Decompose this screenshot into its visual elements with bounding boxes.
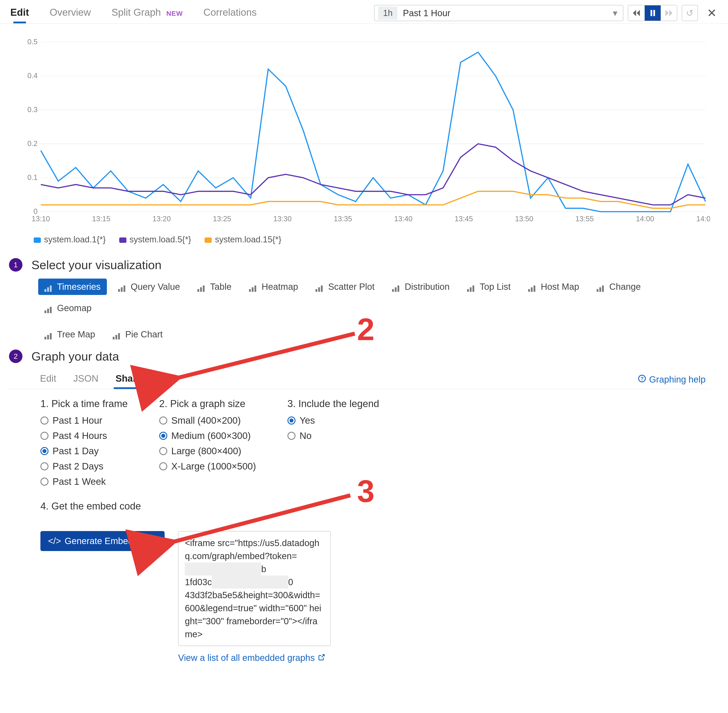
viz-chip-label: Query Value bbox=[131, 282, 180, 292]
viz-section-title: Select your visualization bbox=[31, 258, 161, 272]
size-option-medium-600-300-[interactable]: Medium (600×300) bbox=[159, 428, 256, 443]
viz-chip-table[interactable]: Table bbox=[191, 279, 238, 295]
radio-label: Past 2 Days bbox=[52, 461, 103, 472]
svg-text:13:30: 13:30 bbox=[273, 215, 292, 223]
embed-code-hint-a: b bbox=[261, 564, 266, 574]
svg-rect-54 bbox=[47, 309, 49, 313]
playback-controls bbox=[628, 5, 677, 21]
section-graph-data: 2 Graph your data Edit JSON Share ? Grap… bbox=[0, 343, 728, 681]
embed-title: 4. Get the embed code bbox=[40, 501, 710, 512]
viz-chip-label: Table bbox=[210, 282, 232, 292]
viz-chip-geomap[interactable]: Geomap bbox=[38, 300, 98, 316]
legend-item-2[interactable]: system.load.5{*} bbox=[119, 235, 191, 245]
help-icon: ? bbox=[638, 374, 646, 385]
svg-rect-61 bbox=[118, 333, 120, 339]
legend-option-no[interactable]: No bbox=[287, 428, 379, 443]
viz-chip-distribution[interactable]: Distribution bbox=[386, 279, 456, 295]
timeframe-option-past-2-days[interactable]: Past 2 Days bbox=[40, 459, 128, 474]
viz-icon bbox=[113, 331, 122, 338]
radio-label: Yes bbox=[299, 415, 315, 426]
svg-text:13:15: 13:15 bbox=[92, 215, 110, 223]
radio-label: X-Large (1000×500) bbox=[171, 461, 256, 472]
svg-rect-28 bbox=[50, 285, 52, 292]
size-option-large-800-400-[interactable]: Large (800×400) bbox=[159, 443, 256, 459]
viz-chip-host-map[interactable]: Host Map bbox=[522, 279, 585, 295]
radio-icon bbox=[40, 462, 49, 470]
section-visualization: 1 Select your visualization TimeseriesQu… bbox=[0, 251, 728, 343]
svg-rect-41 bbox=[392, 289, 394, 292]
svg-text:0.1: 0.1 bbox=[27, 173, 37, 182]
radio-label: Large (800×400) bbox=[171, 446, 241, 456]
viz-chip-query-value[interactable]: Query Value bbox=[112, 279, 186, 295]
timeframe-option-past-1-week[interactable]: Past 1 Week bbox=[40, 474, 128, 489]
viz-icon bbox=[45, 305, 54, 311]
subtab-edit[interactable]: Edit bbox=[38, 370, 58, 389]
radio-icon bbox=[159, 462, 167, 470]
svg-rect-56 bbox=[45, 337, 46, 339]
viz-chip-heatmap[interactable]: Heatmap bbox=[243, 279, 304, 295]
svg-rect-53 bbox=[45, 310, 46, 313]
viz-icon bbox=[45, 284, 54, 290]
viz-chip-change[interactable]: Change bbox=[590, 279, 647, 295]
radio-icon bbox=[159, 416, 167, 425]
svg-text:14:00: 14:00 bbox=[636, 215, 654, 223]
timeframe-title: 1. Pick a time frame bbox=[40, 398, 128, 409]
graph-section-title: Graph your data bbox=[31, 349, 119, 363]
viz-chip-label: Pie Chart bbox=[125, 329, 163, 339]
embedded-graphs-link[interactable]: View a list of all embedded graphs bbox=[178, 646, 331, 681]
tab-split-graph[interactable]: Split Graph NEW bbox=[110, 3, 184, 23]
close-icon[interactable]: ✕ bbox=[705, 6, 719, 20]
legend-item-1[interactable]: system.load.1{*} bbox=[34, 235, 106, 245]
svg-rect-50 bbox=[597, 289, 598, 292]
viz-chip-scatter-plot[interactable]: Scatter Plot bbox=[309, 279, 381, 295]
viz-chip-top-list[interactable]: Top List bbox=[461, 279, 517, 295]
svg-rect-31 bbox=[124, 285, 125, 292]
viz-chip-timeseries[interactable]: Timeseries bbox=[38, 279, 107, 295]
radio-icon bbox=[40, 477, 49, 486]
svg-rect-0 bbox=[651, 10, 652, 16]
timeframe-option-past-4-hours[interactable]: Past 4 Hours bbox=[40, 428, 128, 443]
graphing-help-link[interactable]: ? Graphing help bbox=[638, 374, 710, 385]
size-option-x-large-1000-500-[interactable]: X-Large (1000×500) bbox=[159, 459, 256, 474]
top-header: Edit Overview Split Graph NEW Correlatio… bbox=[0, 0, 728, 24]
rewind-button[interactable] bbox=[628, 5, 645, 21]
radio-icon bbox=[159, 432, 167, 440]
annotation-arrow-2 bbox=[166, 329, 364, 392]
subtab-share[interactable]: Share bbox=[114, 370, 143, 389]
tab-edit[interactable]: Edit bbox=[9, 3, 30, 23]
undo-button[interactable]: ↺ bbox=[682, 5, 698, 21]
tab-overview[interactable]: Overview bbox=[48, 3, 92, 23]
legend-label-1: system.load.1{*} bbox=[44, 235, 106, 244]
subtab-json[interactable]: JSON bbox=[71, 370, 100, 389]
size-option-small-400-200-[interactable]: Small (400×200) bbox=[159, 413, 256, 428]
svg-rect-58 bbox=[50, 333, 52, 339]
legend-item-3[interactable]: system.load.15{*} bbox=[205, 235, 281, 245]
viz-chip-pie-chart[interactable]: Pie Chart bbox=[106, 326, 169, 343]
svg-text:13:35: 13:35 bbox=[334, 215, 352, 223]
step-badge-1: 1 bbox=[9, 258, 22, 271]
pause-button[interactable] bbox=[645, 5, 661, 21]
timeframe-option-past-1-hour[interactable]: Past 1 Hour bbox=[40, 413, 128, 428]
embedded-graphs-link-label: View a list of all embedded graphs bbox=[178, 653, 315, 663]
viz-chip-label: Top List bbox=[479, 282, 511, 292]
svg-rect-34 bbox=[203, 285, 205, 292]
forward-button[interactable] bbox=[661, 5, 677, 21]
embed-code-post: 43d3f2ba5e5&height=300&width=600&legend=… bbox=[185, 590, 322, 639]
embed-token-redacted-1 bbox=[185, 562, 261, 576]
viz-chip-tree-map[interactable]: Tree Map bbox=[38, 326, 101, 343]
svg-text:13:10: 13:10 bbox=[32, 215, 50, 223]
svg-rect-37 bbox=[255, 285, 256, 292]
time-picker[interactable]: 1h Past 1 Hour ▾ bbox=[374, 5, 623, 21]
svg-text:0: 0 bbox=[33, 207, 37, 215]
generate-embed-button[interactable]: </> Generate Embed Code bbox=[40, 531, 165, 551]
help-link-label: Graphing help bbox=[649, 374, 706, 385]
svg-text:13:25: 13:25 bbox=[213, 215, 231, 223]
tab-correlations[interactable]: Correlations bbox=[202, 3, 258, 23]
legend-option-yes[interactable]: Yes bbox=[287, 413, 379, 428]
timeframe-option-past-1-day[interactable]: Past 1 Day bbox=[40, 443, 128, 459]
share-col-timeframe: 1. Pick a time frame Past 1 HourPast 4 H… bbox=[40, 398, 128, 489]
svg-rect-59 bbox=[113, 337, 115, 339]
svg-rect-38 bbox=[316, 289, 317, 292]
svg-rect-44 bbox=[467, 289, 469, 292]
svg-rect-52 bbox=[602, 285, 604, 292]
